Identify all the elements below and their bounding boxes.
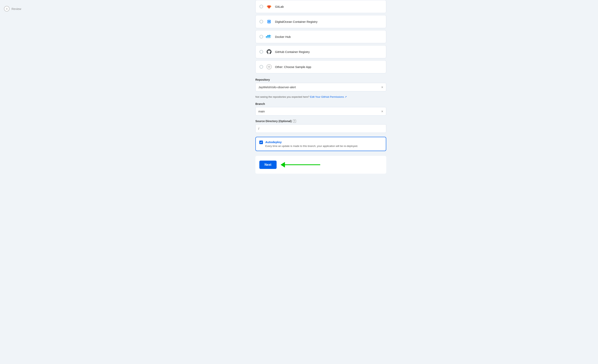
branch-input-wrapper: × [255, 107, 386, 116]
source-dir-help-icon[interactable]: ? [293, 120, 296, 123]
repository-input[interactable] [256, 83, 386, 91]
svg-rect-4 [266, 36, 267, 37]
step-label: Review [11, 7, 21, 10]
autodeploy-title: Autodeploy [265, 140, 358, 144]
svg-rect-5 [267, 36, 268, 37]
branch-label: Branch [255, 102, 386, 106]
plus-icon [266, 64, 272, 70]
main-content: GitLab DigitalOcean Container Registry [44, 0, 598, 364]
digitalocean-icon [266, 18, 272, 25]
radio-github[interactable] [259, 50, 263, 54]
branch-section: Branch × [255, 102, 386, 116]
registry-docker-label: Docker Hub [275, 35, 291, 38]
docker-icon [266, 33, 272, 40]
svg-point-3 [268, 21, 270, 22]
arrow-line [284, 164, 320, 165]
registry-list: GitLab DigitalOcean Container Registry [255, 0, 386, 73]
github-icon [266, 49, 272, 55]
arrow-annotation [281, 162, 320, 167]
radio-docker[interactable] [259, 35, 263, 38]
registry-other-label: Other: Choose Sample App [275, 65, 311, 69]
sidebar-step-review: 4 Review [0, 4, 44, 14]
registry-option-other[interactable]: Other: Choose Sample App [255, 60, 386, 73]
autodeploy-description: Every time an update is made to this bra… [265, 145, 358, 148]
repository-section: Repository × [255, 78, 386, 91]
source-dir-section: Source Directory (Optional) ? [255, 120, 386, 133]
gitlab-icon [266, 3, 272, 10]
registry-digitalocean-label: DigitalOcean Container Registry [275, 20, 317, 23]
registry-option-digitalocean[interactable]: DigitalOcean Container Registry [255, 15, 386, 28]
branch-clear-button[interactable]: × [381, 109, 384, 114]
svg-rect-8 [267, 35, 268, 36]
github-permissions-link[interactable]: Edit Your GitHub Permissions ↗ [310, 95, 347, 98]
source-dir-label: Source Directory (Optional) ? [255, 120, 386, 123]
radio-digitalocean[interactable] [259, 20, 263, 23]
repository-clear-button[interactable]: × [381, 85, 384, 89]
step-number: 4 [4, 6, 9, 11]
registry-github-label: GitHub Container Registry [275, 50, 310, 54]
source-dir-input[interactable] [256, 124, 386, 133]
branch-input[interactable] [256, 107, 386, 115]
registry-option-github[interactable]: GitHub Container Registry [255, 45, 386, 58]
autodeploy-checkbox[interactable] [259, 141, 263, 144]
autodeploy-content: Autodeploy Every time an update is made … [265, 140, 358, 148]
registry-gitlab-label: GitLab [275, 5, 284, 8]
page-layout: 4 Review [0, 0, 598, 364]
hint-text: Not seeing the repositories you expected… [255, 95, 386, 98]
registry-option-docker[interactable]: Docker Hub [255, 30, 386, 43]
source-dir-input-wrapper [255, 124, 386, 133]
next-section: Next [255, 156, 386, 174]
registry-option-gitlab[interactable]: GitLab [255, 0, 386, 13]
radio-other[interactable] [259, 65, 263, 69]
radio-gitlab[interactable] [259, 5, 263, 8]
sidebar: 4 Review [0, 0, 44, 364]
arrow-head [281, 162, 285, 167]
repository-input-wrapper: × [255, 83, 386, 91]
repository-label: Repository [255, 78, 386, 81]
svg-rect-6 [269, 36, 270, 37]
autodeploy-box: Autodeploy Every time an update is made … [255, 137, 386, 151]
next-button[interactable]: Next [259, 161, 277, 169]
